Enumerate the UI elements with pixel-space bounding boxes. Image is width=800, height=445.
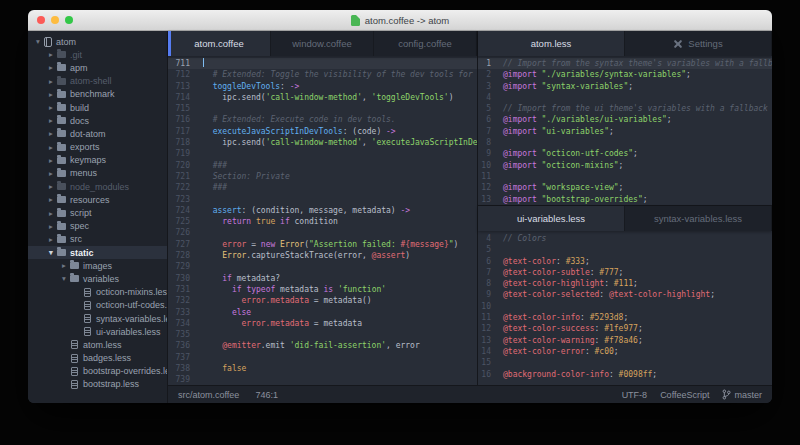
code-text: @text-color-selected: @text-color-highli…: [503, 289, 715, 300]
code-text: error.metadata = metadata(): [203, 295, 372, 306]
tree-item-label: atom-shell: [70, 76, 112, 86]
tab-atom-coffee[interactable]: atom.coffee: [168, 31, 271, 56]
status-grammar[interactable]: CoffeeScript: [660, 390, 709, 400]
tree-item-atom-less[interactable]: atom.less: [28, 338, 167, 351]
tree-view[interactable]: ▾atom▸.git▸apm▸atom-shell▸benchmark▸buil…: [28, 31, 168, 403]
line-number: 5: [478, 244, 498, 255]
code-line: 717 executeJavaScriptInDevTools: (code) …: [168, 126, 477, 137]
tree-item-resources[interactable]: ▸resources: [28, 193, 167, 206]
code-text: ipc.send('call-window-method', 'executeJ…: [203, 137, 477, 148]
line-number: 714: [168, 92, 198, 103]
code-text: @import "./variables/syntax-variables";: [503, 69, 691, 80]
tree-item-syntax-variables-less[interactable]: syntax-variables.less: [28, 312, 167, 325]
chevron-right-icon: ▸: [46, 77, 56, 86]
code-line: 15: [478, 357, 772, 368]
code-text: executeJavaScriptInDevTools: (code) ->: [203, 126, 396, 137]
chevron-right-icon: ▸: [46, 169, 56, 178]
line-number: 732: [168, 295, 198, 306]
code-text: [203, 58, 204, 69]
tree-item-node-modules[interactable]: ▸node_modules: [28, 180, 167, 193]
code-text: false: [203, 363, 246, 374]
code-text: error.metadata = metadata: [203, 318, 362, 329]
tree-item-spec[interactable]: ▸spec: [28, 220, 167, 233]
tab-config-coffee[interactable]: config.coffee: [374, 31, 477, 56]
tree-item-benchmark[interactable]: ▸benchmark: [28, 88, 167, 101]
tree-item-src[interactable]: ▸src: [28, 233, 167, 246]
line-number: 9: [478, 148, 498, 159]
right-top-code-editor[interactable]: 1// Import from the syntax theme's varia…: [478, 56, 772, 205]
file-icon: [71, 367, 78, 376]
tree-item-label: octicon-mixins.less: [96, 287, 168, 297]
tab-syntax-variables-less[interactable]: syntax-variables.less: [625, 206, 772, 231]
chevron-right-icon: ▸: [46, 156, 56, 165]
status-cursor-position[interactable]: 746:1: [255, 390, 278, 400]
tree-item-label: exports: [70, 142, 100, 152]
chevron-right-icon: ▸: [46, 103, 56, 112]
line-number: 731: [168, 284, 198, 295]
code-text: # Extended: Toggle the visibility of the…: [203, 69, 477, 80]
code-line: 711: [168, 58, 477, 69]
code-line: 11: [478, 171, 772, 182]
tree-item-label: badges.less: [83, 353, 131, 363]
tree-item-static[interactable]: ▾static: [28, 246, 167, 259]
tree-item-images[interactable]: ▸images: [28, 259, 167, 272]
code-text: @background-color-info: #0098ff;: [503, 369, 657, 380]
folder-icon: [57, 117, 66, 124]
code-text: Section: Private: [203, 171, 290, 182]
code-text: if typeof metadata is 'function': [203, 284, 386, 295]
status-encoding[interactable]: UTF-8: [622, 390, 648, 400]
chevron-right-icon: ▸: [46, 222, 56, 231]
tab-window-coffee[interactable]: window.coffee: [271, 31, 374, 56]
code-text: ###: [203, 182, 227, 193]
screenshot-stage: atom.coffee -> atom ▾atom▸.git▸apm▸atom-…: [0, 0, 800, 445]
line-number: 4: [478, 92, 498, 103]
tree-item-octicon-utf-codes-less[interactable]: octicon-utf-codes.less: [28, 299, 167, 312]
tree-item-docs[interactable]: ▸docs: [28, 114, 167, 127]
code-line: 4// Colors: [478, 233, 772, 244]
code-line: 716 # Extended: Execute code in dev tool…: [168, 114, 477, 125]
tree-item-exports[interactable]: ▸exports: [28, 141, 167, 154]
tree-item-atom[interactable]: ▾atom: [28, 35, 167, 48]
code-text: @import "syntax-variables";: [503, 81, 633, 92]
tree-item-apm[interactable]: ▸apm: [28, 61, 167, 74]
tree-item-bootstrap-less[interactable]: bootstrap.less: [28, 378, 167, 391]
code-text: @text-color: #333;: [503, 256, 590, 267]
tree-item-script[interactable]: ▸script: [28, 206, 167, 219]
right-top-editor-pane: atom.lessSettings 1// Import from the sy…: [478, 31, 772, 206]
tree-item-keymaps[interactable]: ▸keymaps: [28, 154, 167, 167]
chevron-right-icon: ▸: [46, 129, 56, 138]
line-number: 736: [168, 340, 198, 351]
file-icon: [84, 314, 91, 323]
tree-item-menus[interactable]: ▸menus: [28, 167, 167, 180]
line-number: 9: [478, 289, 498, 300]
code-line: 728 Error.captureStackTrace(error, @asse…: [168, 250, 477, 261]
tree-item-badges-less[interactable]: badges.less: [28, 352, 167, 365]
tree-item-variables[interactable]: ▾variables: [28, 272, 167, 285]
right-bottom-tab-bar: ui-variables.lesssyntax-variables.less: [478, 206, 772, 231]
line-number: 4: [478, 233, 498, 244]
atom-window: atom.coffee -> atom ▾atom▸.git▸apm▸atom-…: [28, 10, 772, 403]
line-number: 7: [478, 267, 498, 278]
tab-settings[interactable]: Settings: [625, 31, 772, 56]
tree-item-bootstrap-overrides-less[interactable]: bootstrap-overrides.less: [28, 365, 167, 378]
tree-item-build[interactable]: ▸build: [28, 101, 167, 114]
folder-icon: [57, 210, 66, 217]
right-bottom-code-editor[interactable]: 4// Colors56@text-color: #333;7@text-col…: [478, 231, 772, 385]
code-text: @text-color-warning: #f78a46;: [503, 335, 643, 346]
tree-item-ui-variables-less[interactable]: ui-variables.less: [28, 325, 167, 338]
tree-item-octicon-mixins-less[interactable]: octicon-mixins.less: [28, 286, 167, 299]
left-code-editor[interactable]: 711712 # Extended: Toggle the visibility…: [168, 56, 477, 385]
line-number: 15: [478, 357, 498, 368]
tree-item-git[interactable]: ▸.git: [28, 48, 167, 61]
code-text: error = new Error("Assertion failed: #{m…: [203, 239, 458, 250]
tree-item-dot-atom[interactable]: ▸dot-atom: [28, 127, 167, 140]
code-line: 735: [168, 329, 477, 340]
line-number: 727: [168, 239, 198, 250]
status-bar: src/atom.coffee 746:1 UTF-8 CoffeeScript: [168, 385, 772, 403]
tab-ui-variables-less[interactable]: ui-variables.less: [478, 206, 625, 231]
tab-atom-less[interactable]: atom.less: [478, 31, 625, 56]
line-number: 724: [168, 205, 198, 216]
tree-item-label: bootstrap.less: [83, 379, 139, 389]
code-line: 10@import "octicon-mixins";: [478, 160, 772, 171]
tree-item-atom-shell[interactable]: ▸atom-shell: [28, 75, 167, 88]
